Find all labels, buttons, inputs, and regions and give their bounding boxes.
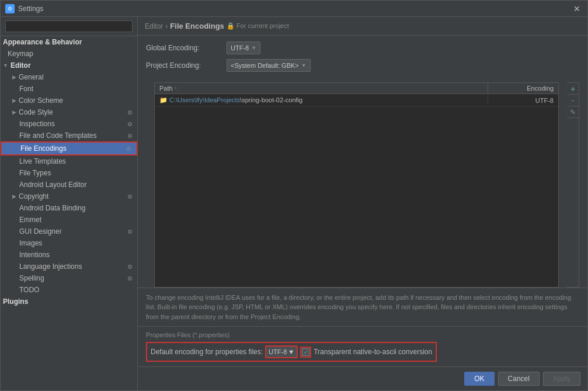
sidebar-item-gui-designer[interactable]: GUI Designer⚙	[1, 226, 137, 237]
sidebar-item-todo[interactable]: TODO	[1, 284, 137, 296]
sidebar-item-editor[interactable]: ▼Editor	[1, 60, 137, 71]
sidebar-item-android-data-binding[interactable]: Android Data Binding	[1, 202, 137, 214]
panel-title: File Encodings	[170, 22, 224, 30]
sidebar-label-plugins: Plugins	[3, 297, 28, 306]
sidebar-label-intentions: Intentions	[19, 251, 50, 259]
sidebar-item-file-code-templates[interactable]: File and Code Templates⚙	[1, 130, 137, 141]
search-box	[1, 17, 137, 36]
sidebar-settings-icon-inspections: ⚙	[127, 121, 133, 127]
sidebar-label-gui-designer: GUI Designer	[19, 227, 62, 236]
sidebar-label-android-layout-editor: Android Layout Editor	[19, 181, 86, 189]
checkbox-wrapper: ✓	[300, 347, 311, 358]
sidebar-item-images[interactable]: Images	[1, 237, 137, 249]
sidebar-item-intentions[interactable]: Intentions	[1, 249, 137, 261]
properties-encoding-select[interactable]: UTF-8 ▼	[265, 345, 298, 358]
properties-encoding-arrow: ▼	[288, 348, 294, 355]
sidebar-item-color-scheme[interactable]: ▶Color Scheme	[1, 95, 137, 106]
sidebar-item-copyright[interactable]: ▶Copyright⚙	[1, 191, 137, 202]
table-rows-container: 📁 C:\Users\lfy\IdeaProjects\spring-boot-…	[155, 94, 558, 107]
sidebar-label-android-data-binding: Android Data Binding	[19, 204, 85, 212]
main-content: Appearance & BehaviorKeymap▼Editor▶Gener…	[1, 17, 587, 390]
file-table: Path ↑ Encoding 📁 C:\Users\lfy\IdeaProje…	[154, 82, 559, 288]
properties-encoding-value: UTF-8	[269, 348, 287, 355]
sidebar-settings-icon-spelling: ⚙	[127, 275, 133, 282]
sidebar-label-inspections: Inspections	[19, 120, 55, 128]
sidebar-label-color-scheme: Color Scheme	[19, 96, 63, 105]
sidebar-label-keymap: Keymap	[8, 50, 33, 58]
transparent-checkbox[interactable]: ✓	[302, 348, 309, 356]
sidebar-label-language-injections: Language Injections	[19, 262, 82, 271]
sidebar-item-file-types[interactable]: File Types	[1, 167, 137, 179]
panel-note: 🔒 For current project	[227, 22, 289, 30]
add-row-button[interactable]: +	[567, 83, 579, 95]
checkbox-check: ✓	[304, 349, 308, 355]
sidebar-label-editor: Editor	[11, 61, 31, 70]
project-encoding-label: Project Encoding:	[146, 61, 222, 70]
global-encoding-value: UTF-8	[231, 44, 249, 51]
global-encoding-select[interactable]: UTF-8 ▼	[227, 41, 260, 54]
sidebar-label-file-types: File Types	[19, 169, 51, 177]
global-encoding-row: Global Encoding: UTF-8 ▼	[146, 41, 579, 54]
project-encoding-value: <System Default: GBK>	[231, 62, 299, 69]
sidebar-label-file-encodings: File Encodings	[20, 144, 67, 153]
sidebar-item-appearance[interactable]: Appearance & Behavior	[1, 36, 137, 48]
bottom-bar: OK Cancel Apply	[138, 366, 587, 390]
sidebar-settings-icon-gui-designer: ⚙	[127, 229, 133, 235]
table-section: Path ↑ Encoding 📁 C:\Users\lfy\IdeaProje…	[146, 82, 579, 288]
sidebar-label-file-code-templates: File and Code Templates	[19, 132, 97, 140]
sidebar-item-general[interactable]: ▶General	[1, 71, 137, 83]
file-row-encoding: UTF-8	[488, 96, 558, 105]
expand-arrow-copyright: ▶	[12, 193, 16, 199]
sidebar-item-file-encodings[interactable]: File Encodings⚙	[1, 141, 137, 155]
remove-row-button[interactable]: −	[567, 95, 579, 106]
sidebar-item-spelling[interactable]: Spelling⚙	[1, 272, 137, 284]
sidebar-item-emmet[interactable]: Emmet	[1, 214, 137, 226]
sidebar-item-keymap[interactable]: Keymap	[1, 48, 137, 60]
sidebar-settings-icon-copyright: ⚙	[127, 193, 133, 200]
sidebar-item-code-style[interactable]: ▶Code Style⚙	[1, 106, 137, 118]
search-input[interactable]	[5, 20, 133, 32]
properties-title: Properties Files (*.properties)	[146, 331, 579, 338]
close-button[interactable]: ✕	[571, 4, 583, 13]
app-icon: ⚙	[5, 4, 15, 13]
global-encoding-label: Global Encoding:	[146, 44, 222, 52]
sidebar-label-copyright: Copyright	[19, 192, 48, 200]
path-col-label: Path	[159, 85, 173, 92]
sidebar-settings-icon-file-code-templates: ⚙	[127, 133, 133, 139]
expand-arrow-code-style: ▶	[12, 109, 16, 115]
project-encoding-arrow: ▼	[301, 63, 307, 68]
sidebar-label-emmet: Emmet	[19, 216, 41, 224]
table-row[interactable]: 📁 C:\Users\lfy\IdeaProjects\spring-boot-…	[155, 94, 558, 107]
sidebar-settings-icon-language-injections: ⚙	[127, 264, 133, 270]
sidebar-label-spelling: Spelling	[19, 274, 44, 282]
sidebar-item-android-layout-editor[interactable]: Android Layout Editor	[1, 179, 137, 191]
window-title: Settings	[18, 5, 571, 13]
global-encoding-arrow: ▼	[251, 45, 256, 51]
sort-arrow: ↑	[175, 85, 178, 91]
expand-arrow-color-scheme: ▶	[12, 98, 16, 103]
title-bar: ⚙ Settings ✕	[1, 1, 587, 17]
table-body: 📁 C:\Users\lfy\IdeaProjects\spring-boot-…	[155, 94, 558, 287]
transparent-label: Transparent native-to-ascii conversion	[314, 348, 432, 356]
sidebar-item-live-templates[interactable]: Live Templates	[1, 155, 137, 167]
sidebar-item-language-injections[interactable]: Language Injections⚙	[1, 261, 137, 272]
project-encoding-select[interactable]: <System Default: GBK> ▼	[227, 59, 311, 72]
info-text: To change encoding IntelliJ IDEA uses fo…	[138, 288, 587, 327]
breadcrumb-editor: Editor	[145, 22, 163, 30]
panel-header: Editor › File Encodings 🔒 For current pr…	[138, 17, 587, 36]
sidebar-settings-icon-code-style: ⚙	[127, 109, 133, 116]
ok-button[interactable]: OK	[464, 372, 494, 386]
edit-row-button[interactable]: ✎	[567, 106, 579, 118]
sidebar: Appearance & BehaviorKeymap▼Editor▶Gener…	[1, 17, 138, 390]
apply-button[interactable]: Apply	[543, 372, 580, 386]
sidebar-item-font[interactable]: Font	[1, 83, 137, 95]
cancel-button[interactable]: Cancel	[498, 372, 540, 386]
breadcrumb-separator: ›	[165, 22, 168, 30]
settings-area: Global Encoding: UTF-8 ▼ Project Encodin…	[138, 36, 587, 82]
sidebar-item-inspections[interactable]: Inspections⚙	[1, 118, 137, 130]
sidebar-label-code-style: Code Style	[19, 108, 53, 116]
sidebar-item-plugins[interactable]: Plugins	[1, 296, 137, 307]
col-path-header: Path ↑	[155, 83, 488, 94]
expand-arrow-general: ▶	[12, 74, 16, 80]
sidebar-items-container: Appearance & BehaviorKeymap▼Editor▶Gener…	[1, 36, 137, 307]
